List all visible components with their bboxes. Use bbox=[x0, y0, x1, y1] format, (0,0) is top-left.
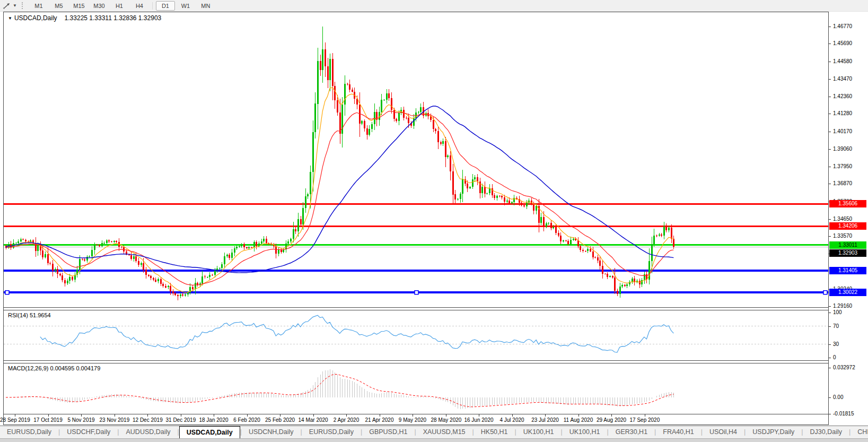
tab-fra40-h1[interactable]: FRA40,H1 bbox=[656, 426, 700, 439]
axis-tick-label: 1.34650 bbox=[833, 216, 852, 222]
tab-ger30-h1[interactable]: GER30,H1 bbox=[609, 426, 654, 439]
axis-tick-label: 1.36870 bbox=[833, 180, 852, 186]
time-axis-tick bbox=[479, 414, 479, 417]
date-label: 29 Aug 2020 bbox=[597, 417, 626, 423]
timeframe-button-h1[interactable]: H1 bbox=[110, 1, 129, 11]
date-label: 17 Oct 2019 bbox=[33, 417, 63, 423]
price-level-badge[interactable]: 1.32903 bbox=[829, 249, 866, 257]
date-label: 21 Apr 2020 bbox=[365, 417, 394, 423]
chart-window[interactable]: ▼USDCAD,Daily1.33225 1.33311 1.32836 1.3… bbox=[3, 12, 829, 425]
date-label: 28 May 2020 bbox=[431, 417, 461, 423]
price-pane[interactable] bbox=[4, 12, 828, 308]
price-level-badge[interactable]: 1.30022 bbox=[829, 289, 866, 296]
axis-tick bbox=[829, 219, 831, 220]
price-level-badge[interactable]: 1.34206 bbox=[829, 222, 866, 230]
axis-tick-label: 0 bbox=[833, 354, 836, 360]
tab-usoil-h4[interactable]: USOil,H4 bbox=[703, 426, 744, 439]
date-label: 18 Jan 2020 bbox=[199, 417, 229, 423]
date-label: 2 Apr 2020 bbox=[331, 417, 361, 423]
chart-title: ▼USDCAD,Daily1.33225 1.33311 1.32836 1.3… bbox=[8, 14, 161, 22]
toolbar-divider bbox=[152, 2, 153, 10]
timeframe-toolbar: ▼ M1M5M15M30H1H4D1W1MN bbox=[0, 0, 868, 12]
axis-tick bbox=[829, 326, 831, 327]
tab-audusd-daily[interactable]: AUDUSD,Daily bbox=[119, 426, 178, 439]
tab-usdcad-daily[interactable]: USDCAD,Daily bbox=[179, 426, 240, 439]
time-axis-tick bbox=[247, 414, 248, 417]
timeframe-button-h4[interactable]: H4 bbox=[130, 1, 149, 11]
date-label: 12 Dec 2019 bbox=[133, 417, 162, 423]
symbol-name: USDCAD,Daily bbox=[14, 14, 57, 22]
collapse-arrow-icon[interactable]: ▼ bbox=[8, 16, 12, 21]
axis-tick bbox=[829, 184, 831, 184]
tab-hk50-h1[interactable]: HK50,H1 bbox=[474, 426, 515, 439]
up-candle-wicks bbox=[9, 27, 669, 298]
rsi-pane[interactable] bbox=[4, 310, 828, 361]
tab-china300-h1[interactable]: CHINA300,H1 bbox=[851, 426, 868, 439]
price-level-badge[interactable]: 1.31405 bbox=[829, 267, 866, 274]
level-drag-handle[interactable] bbox=[823, 291, 827, 294]
date-label: 4 Jul 2020 bbox=[497, 417, 527, 423]
timeframe-button-m30[interactable]: M30 bbox=[90, 1, 109, 11]
axis-tick-label: 1.41280 bbox=[833, 110, 852, 116]
axis-tick-label: 30 bbox=[833, 341, 839, 347]
axis-tick bbox=[829, 344, 831, 345]
time-axis-tick bbox=[611, 414, 612, 417]
axis-tick bbox=[829, 149, 831, 150]
ma-mid-line[interactable] bbox=[6, 111, 673, 285]
timeframe-button-mn[interactable]: MN bbox=[196, 1, 215, 11]
time-axis-tick bbox=[280, 414, 280, 417]
time-axis-tick bbox=[446, 414, 446, 417]
axis-tick-label: 1.46770 bbox=[833, 23, 852, 29]
timeframe-button-w1[interactable]: W1 bbox=[176, 1, 195, 11]
axis-tick bbox=[829, 397, 831, 398]
macd-pane[interactable] bbox=[4, 363, 828, 414]
macd-label: MACD(12,26,9) 0.004595 0.004179 bbox=[8, 365, 100, 371]
ohlc-values: 1.33225 1.33311 1.32836 1.32903 bbox=[65, 14, 162, 22]
axis-tick bbox=[829, 27, 831, 27]
level-drag-handle[interactable] bbox=[5, 291, 9, 294]
time-axis-tick bbox=[147, 414, 148, 417]
axis-tick-label: 1.43470 bbox=[833, 76, 852, 82]
axis-tick bbox=[829, 62, 831, 62]
caret-down-icon[interactable]: ▼ bbox=[13, 3, 17, 8]
down-candle-wicks bbox=[6, 42, 674, 300]
date-label: 17 Sep 2020 bbox=[630, 417, 660, 423]
time-axis-tick bbox=[346, 414, 347, 417]
toolbar-grip bbox=[22, 2, 24, 9]
timeframe-button-m1[interactable]: M1 bbox=[29, 1, 48, 11]
timeframe-button-m5[interactable]: M5 bbox=[49, 1, 68, 11]
date-label: 11 Aug 2020 bbox=[564, 417, 593, 423]
timeframe-button-d1[interactable]: D1 bbox=[156, 1, 175, 11]
time-axis-tick bbox=[214, 414, 214, 417]
time-axis-tick bbox=[512, 414, 513, 417]
axis-tick bbox=[829, 306, 831, 307]
tab-eurusd-daily[interactable]: EURUSD,Daily bbox=[0, 426, 58, 439]
axis-tick-label: 100 bbox=[833, 309, 842, 315]
price-level-badge[interactable]: 1.35606 bbox=[829, 200, 866, 207]
axis-tick bbox=[829, 358, 831, 358]
time-axis-tick bbox=[15, 414, 15, 417]
tab-xauusd-m15[interactable]: XAUUSD,M15 bbox=[416, 426, 472, 439]
macd-histogram bbox=[6, 369, 674, 409]
date-label: 28 Sep 2019 bbox=[0, 417, 30, 423]
price-level-badge[interactable]: 1.33011 bbox=[829, 241, 866, 249]
timeframe-button-m15[interactable]: M15 bbox=[69, 1, 89, 11]
tab-usdjpy-daily[interactable]: USDJPY,Daily bbox=[746, 426, 801, 439]
level-drag-handle[interactable] bbox=[415, 291, 418, 294]
tab-eurusd-daily[interactable]: EURUSD,Daily bbox=[302, 426, 361, 439]
down-candle-bodies bbox=[5, 49, 674, 296]
draw-line-tool-icon[interactable] bbox=[2, 2, 12, 10]
tab-usdchf-daily[interactable]: USDCHF,Daily bbox=[60, 426, 117, 439]
time-axis-tick bbox=[115, 414, 115, 417]
date-label: 25 Feb 2020 bbox=[265, 417, 295, 423]
axis-tick bbox=[829, 132, 831, 132]
tab-usdcnh-daily[interactable]: USDCNH,Daily bbox=[242, 426, 301, 439]
tab-uk100-h1[interactable]: UK100,H1 bbox=[563, 426, 607, 439]
tab-dj30-daily[interactable]: DJ30,Daily bbox=[803, 426, 849, 439]
axis-tick-label: 1.42360 bbox=[833, 93, 852, 99]
tab-gbpusd-h1[interactable]: GBPUSD,H1 bbox=[362, 426, 414, 439]
tab-uk100-h1[interactable]: UK100,H1 bbox=[516, 426, 561, 439]
time-axis-tick bbox=[413, 414, 413, 417]
up-candle-bodies bbox=[8, 49, 670, 296]
axis-tick-label: -0.01815 bbox=[833, 411, 854, 417]
